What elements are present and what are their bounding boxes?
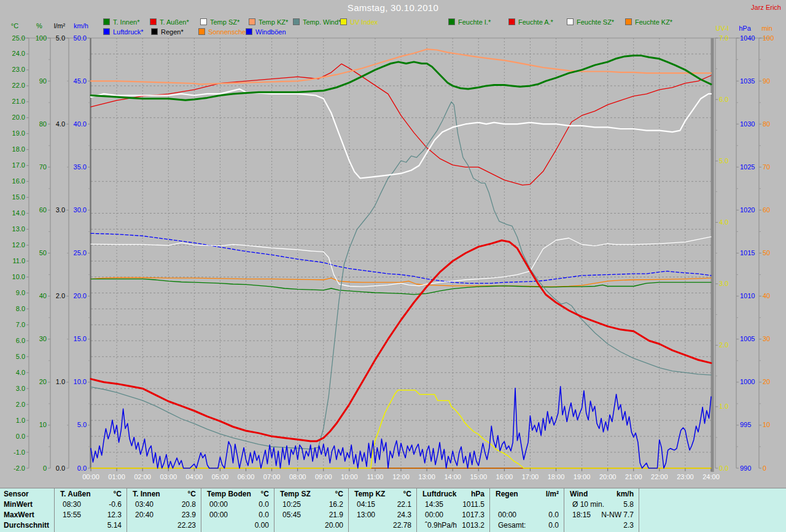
axis-tick-label-kmh: 5.0 [77,421,87,428]
axis-tick-label-min: 0 [763,465,766,472]
x-axis-label: 10:00 [341,473,358,480]
table-sensor-unit: hPa [416,489,484,499]
table-column-separator [639,488,639,532]
x-axis-label: 22:00 [651,473,668,480]
axis-tick-label-min: 100 [763,34,774,42]
x-axis-label: 14:00 [444,473,461,480]
table-value: 2.3 [564,520,634,531]
table-value: 5.14 [54,520,122,531]
axis-tick-label-kmh: 40.0 [74,120,87,128]
statistics-table: SensorMinWertMaxWertDurchschnittT. Außen… [0,488,786,532]
axis-tick-label-min: 50 [763,249,770,256]
axis-tick-label-kmh: 10.0 [74,378,87,385]
table-sensor-unit: °C [348,489,411,499]
table-sensor-unit: km/h [564,489,634,499]
table-value: 21.9 [274,510,343,520]
axis-tick-label-temp_c: 13.0 [12,225,25,233]
axis-tick-label-min: 40 [763,292,770,299]
axis-tick-label-temp_c: 23.0 [12,66,25,73]
axis-tick-label-temp_c: -1.0 [14,449,25,456]
axis-tick-label-temp_c: 16.0 [12,177,25,185]
axis-tick-label-temp_c: 21.0 [12,98,25,105]
axis-tick-label-hpa: 1020 [740,206,755,214]
table-row-label: Sensor [4,489,29,499]
table-value: 22.1 [348,499,411,510]
x-axis-label: 13:00 [418,473,435,480]
table-sensor-unit: °C [126,489,196,499]
axis-unit-label-percent: % [36,22,42,29]
axis-tick-label-percent: 30 [39,335,47,342]
x-axis-label: 16:00 [496,473,513,480]
table-row-label: Durchschnitt [4,520,49,531]
table-value: 24.3 [348,510,411,520]
axis-tick-label-temp_c: 6.0 [16,337,25,344]
axis-tick-label-temp_c: 11.0 [12,257,25,264]
x-axis-label: 15:00 [470,473,487,480]
table-value: 20.8 [126,499,196,510]
axis-tick-label-min: 30 [763,335,770,342]
axis-tick-label-percent: 0 [43,465,47,472]
table-sensor-unit: l/m² [489,489,559,499]
axis-tick-label-kmh: 15.0 [74,335,87,342]
x-axis-label: 11:00 [367,473,384,480]
axis-tick-label-hpa: 1040 [740,34,755,42]
axis-tick-label-temp_c: 25.0 [12,34,25,42]
axis-tick-label-percent: 10 [39,421,47,428]
axis-tick-label-temp_c: 1.0 [16,417,25,424]
axis-tick-label-percent: 80 [39,120,47,128]
x-axis-label: 12:00 [392,473,410,480]
axis-unit-label-uv: UV-I [715,25,728,32]
axis-unit-label-lm2: l/m² [54,22,66,29]
axis-tick-label-kmh: 25.0 [74,249,87,256]
axis-tick-label-temp_c: 17.0 [12,161,25,169]
axis-tick-label-kmh: 20.0 [74,292,87,299]
table-value: 20.00 [274,520,343,531]
axis-tick-label-temp_c: 20.0 [12,114,25,121]
axis-tick-label-temp_c: 5.0 [16,353,25,360]
x-axis-label: 06:00 [238,473,255,480]
axis-unit-label-min: min [761,25,772,32]
axis-tick-label-kmh: 45.0 [74,77,87,85]
axis-tick-label-temp_c: 4.0 [16,369,25,376]
table-row-label: MinWert [4,499,33,510]
x-axis-label: 02:00 [134,473,151,480]
axis-tick-label-hpa: 1025 [740,163,755,171]
table-value: 1013.2 [416,520,484,531]
axis-tick-label-temp_c: 24.0 [12,50,25,57]
x-axis-label: 24:00 [702,473,720,480]
table-value: 0.0 [201,499,269,510]
axis-tick-label-temp_c: 2.0 [16,401,25,408]
table-value: 1011.5 [416,499,484,510]
table-value: N-NW 7.7 [564,510,634,520]
axis-tick-label-temp_c: 15.0 [12,193,25,201]
table-value: -0.6 [54,499,122,510]
axis-tick-label-temp_c: 8.0 [16,305,25,312]
table-value: 0.00 [201,520,269,531]
axis-tick-label-kmh: 30.0 [74,206,87,214]
x-axis-label: 03:00 [160,473,177,480]
axis-tick-label-lm2: 4.0 [56,120,65,128]
table-value: 12.3 [54,510,122,520]
axis-tick-label-min: 90 [763,77,770,85]
axis-tick-label-min: 20 [763,378,770,385]
axis-tick-label-percent: 90 [39,77,47,85]
axis-tick-label-temp_c: 3.0 [16,385,25,392]
x-axis-label: 17:00 [522,473,539,480]
table-row-label: MaxWert [4,510,34,520]
weather-chart-page: Samstag, 30.10.2010 Jarz Erich T. Innen*… [0,0,786,532]
axis-tick-label-temp_c: 22.0 [12,82,25,89]
axis-tick-label-min: 10 [763,421,770,428]
axis-tick-label-lm2: 2.0 [56,292,65,299]
x-axis-label: 21:00 [625,473,642,480]
axis-tick-label-uv: 4.0 [719,218,728,226]
axis-tick-label-temp_c: 10.0 [12,273,25,280]
table-value: 0.0 [201,510,269,520]
table-value: 5.8 [564,499,634,510]
axis-tick-label-uv: 7.0 [719,34,728,42]
x-axis-label: 09:00 [315,473,332,480]
axis-tick-label-kmh: 0.0 [77,465,87,472]
axis-tick-label-hpa: 1035 [740,77,755,85]
axis-tick-label-percent: 60 [39,206,47,214]
axis-tick-label-lm2: 3.0 [56,206,65,214]
axis-tick-label-min: 60 [763,206,770,214]
